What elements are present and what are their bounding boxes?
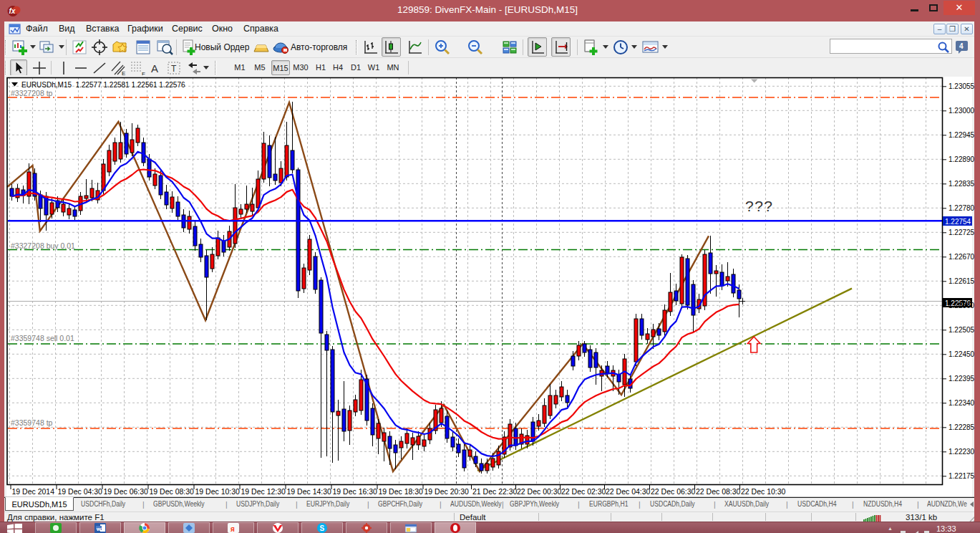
svg-text:T: T	[171, 64, 177, 74]
svg-text:1.22285: 1.22285	[949, 423, 975, 431]
svg-text:1.22340: 1.22340	[949, 399, 975, 407]
svg-text:19 Dec 12:30: 19 Dec 12:30	[241, 487, 286, 496]
svg-text:22 Dec 08:30: 22 Dec 08:30	[696, 487, 741, 496]
svg-text:1.22395: 1.22395	[949, 375, 975, 383]
svg-text:1.22230: 1.22230	[949, 448, 975, 456]
svg-text:22 Dec 00:30: 22 Dec 00:30	[517, 487, 562, 496]
svg-text:1.22754: 1.22754	[945, 218, 971, 226]
svg-text:1.22780: 1.22780	[949, 204, 975, 212]
svg-text:19 Dec 04:30: 19 Dec 04:30	[58, 487, 103, 496]
svg-text:21 Dec 22:30: 21 Dec 22:30	[472, 487, 518, 496]
svg-text:19 Dec 10:30: 19 Dec 10:30	[195, 487, 241, 496]
svg-text:1.22835: 1.22835	[949, 180, 975, 188]
svg-text:19 Dec 06:30: 19 Dec 06:30	[104, 487, 149, 496]
svg-text:22 Dec 06:30: 22 Dec 06:30	[651, 487, 696, 496]
svg-text:EURUSDh,M15 1.22577 1.22581 1: EURUSDh,M15 1.22577 1.22581 1.22561 1.22…	[21, 81, 185, 89]
svg-text:19 Dec 20:30: 19 Dec 20:30	[424, 487, 470, 496]
svg-text:19 Dec 18:30: 19 Dec 18:30	[379, 487, 424, 496]
svg-text:#3359748 sell 0.01: #3359748 sell 0.01	[11, 334, 74, 342]
svg-text:19 Dec 2014: 19 Dec 2014	[12, 487, 55, 496]
svg-text:22 Dec 04:30: 22 Dec 04:30	[606, 487, 651, 496]
svg-text:1.22505: 1.22505	[949, 326, 975, 334]
svg-text:22 Dec 02:30: 22 Dec 02:30	[561, 487, 606, 496]
svg-text:4: 4	[959, 42, 964, 50]
svg-text:1.22175: 1.22175	[949, 472, 975, 480]
svg-text:19 Dec 08:30: 19 Dec 08:30	[150, 487, 195, 496]
svg-text:1.22725: 1.22725	[949, 229, 975, 236]
svg-text:1.22890: 1.22890	[949, 155, 975, 163]
svg-text:1.22560: 1.22560	[949, 302, 975, 309]
svg-text:#3359748 tp: #3359748 tp	[11, 418, 53, 427]
svg-text:S: S	[320, 524, 325, 532]
svg-text:w: w	[96, 526, 102, 532]
svg-text:???: ???	[745, 198, 774, 214]
svg-text:19 Dec 16:30: 19 Dec 16:30	[333, 487, 378, 496]
svg-text:1.23000: 1.23000	[949, 107, 975, 115]
svg-text:fx: fx	[9, 7, 16, 15]
svg-text:1.23055: 1.23055	[949, 82, 975, 90]
svg-text:22 Dec 10:30: 22 Dec 10:30	[741, 487, 786, 496]
svg-text:1.22450: 1.22450	[949, 350, 975, 358]
svg-text:A: A	[151, 62, 158, 75]
svg-text:19 Dec 14:30: 19 Dec 14:30	[287, 487, 332, 496]
svg-text:я: я	[231, 525, 235, 533]
svg-text:1.22615: 1.22615	[949, 277, 975, 285]
svg-text:#3327208 buy 0.01: #3327208 buy 0.01	[11, 241, 75, 250]
svg-text:1.22670: 1.22670	[949, 253, 975, 261]
svg-text:#3327208 tp: #3327208 tp	[11, 89, 53, 97]
svg-text:1.22945: 1.22945	[949, 131, 975, 139]
